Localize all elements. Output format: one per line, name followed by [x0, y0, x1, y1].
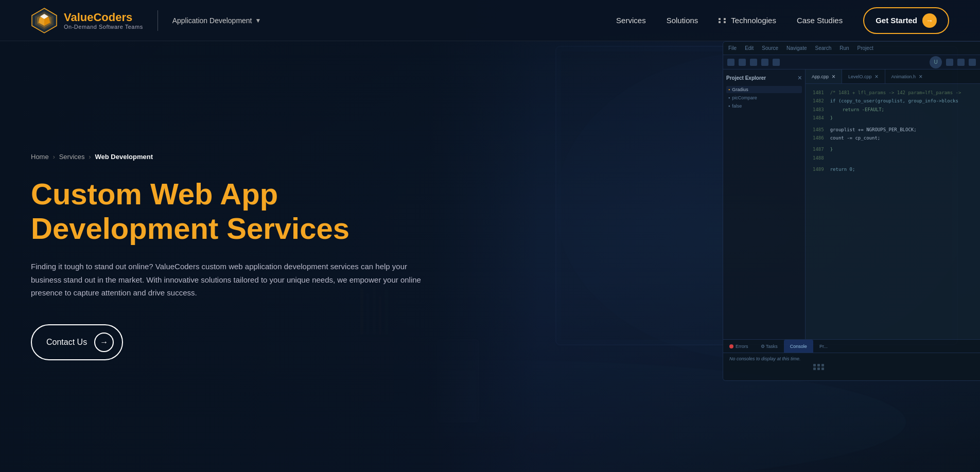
toolbar-icon: [761, 59, 768, 66]
tab-close-icon[interactable]: ×: [919, 73, 922, 80]
console-tab-pr[interactable]: Pr...: [813, 340, 834, 353]
code-editor-panel: File Edit Source Navigate Search Run Pro…: [723, 41, 980, 381]
arrow-right-icon: →: [94, 333, 114, 352]
tab-app-cpp[interactable]: App.cpp ×: [806, 69, 842, 83]
get-started-label: Get Started: [876, 16, 917, 25]
arrow-right-icon: →: [922, 13, 937, 28]
toolbar-icon: [969, 59, 976, 66]
editor-tabs: App.cpp × LevelO.cpp × Animation.h ×: [806, 69, 980, 84]
contact-us-button[interactable]: Contact Us →: [31, 324, 123, 360]
hero-description: Finding it tough to stand out online? Va…: [31, 260, 432, 300]
tab-close-icon[interactable]: ×: [875, 73, 879, 80]
contact-us-label: Contact Us: [46, 338, 87, 347]
pe-item-piccompare: ▪ picCompare: [726, 94, 802, 101]
navbar-right: Services Solutions Technologies Case Stu…: [616, 7, 949, 34]
project-explorer: Project Explorer × ▪ Gradius ▪ picCompar…: [723, 69, 806, 339]
editor-toolbar: U: [723, 55, 980, 69]
logo-name: ValueCoders: [64, 11, 143, 24]
toolbar-icon: [750, 59, 757, 66]
chevron-down-icon: ▼: [255, 17, 261, 24]
toolbar-icon: [957, 59, 965, 66]
navbar: ValueCoders On-Demand Software Teams App…: [0, 0, 980, 41]
logo-name-part1: Value: [64, 11, 93, 24]
editor-console: Errors ⚙ Tasks Console Pr... No consoles…: [723, 339, 980, 380]
user-icon: U: [930, 56, 942, 68]
editor-main-area: Project Explorer × ▪ Gradius ▪ picCompar…: [723, 69, 980, 339]
technologies-label: Technologies: [731, 16, 776, 25]
pe-item-false: ▪ false: [726, 102, 802, 110]
nav-link-technologies[interactable]: Technologies: [719, 16, 776, 25]
grid-icon: [719, 18, 728, 23]
logo-name-part2: Coders: [93, 11, 132, 24]
logo-text: ValueCoders On-Demand Software Teams: [64, 11, 143, 30]
breadcrumb-sep-1: ›: [53, 153, 55, 161]
error-dot: [729, 344, 733, 348]
breadcrumb-home[interactable]: Home: [31, 153, 49, 161]
breadcrumb-sep-2: ›: [89, 153, 91, 161]
toolbar-icon: [727, 59, 734, 66]
nav-link-case-studies[interactable]: Case Studies: [797, 16, 843, 25]
logo-link[interactable]: ValueCoders On-Demand Software Teams: [31, 7, 143, 34]
navbar-divider: [157, 10, 158, 31]
logo-tagline: On-Demand Software Teams: [64, 24, 143, 30]
tab-level-cpp[interactable]: LevelO.cpp ×: [842, 69, 885, 83]
console-tab-console[interactable]: Console: [784, 340, 813, 353]
console-tabs: Errors ⚙ Tasks Console Pr...: [723, 340, 980, 353]
breadcrumb-current: Web Development: [95, 153, 153, 161]
toolbar-icon: [739, 59, 746, 66]
apps-grid-icon: [813, 364, 825, 370]
tab-close-icon[interactable]: ×: [832, 73, 835, 80]
toolbar-icon: [946, 59, 953, 66]
hero-title: Custom Web App Development Services: [31, 177, 432, 246]
hero-section: File Edit Source Navigate Search Run Pro…: [0, 0, 980, 472]
tab-animation-h[interactable]: Animation.h ×: [885, 69, 929, 83]
service-dropdown[interactable]: Application Development ▼: [172, 16, 261, 25]
console-tab-errors[interactable]: Errors: [723, 340, 755, 353]
console-tab-tasks[interactable]: ⚙ Tasks: [755, 340, 784, 353]
navbar-left: ValueCoders On-Demand Software Teams App…: [31, 7, 261, 34]
breadcrumb-services[interactable]: Services: [59, 153, 85, 161]
breadcrumb: Home › Services › Web Development: [31, 153, 432, 161]
console-output: No consoles to display at this time.: [723, 353, 980, 364]
editor-menubar: File Edit Source Navigate Search Run Pro…: [723, 42, 980, 55]
nav-link-solutions[interactable]: Solutions: [667, 16, 698, 25]
nav-link-services[interactable]: Services: [616, 16, 646, 25]
pe-item-gradius: ▪ Gradius: [726, 86, 802, 93]
code-content: 1481 /* 1481 + lfl_params -> 142 param=l…: [806, 84, 980, 339]
toolbar-icon: [773, 59, 780, 66]
get-started-button[interactable]: Get Started →: [863, 7, 949, 34]
logo-icon: [31, 7, 58, 34]
hero-content: Home › Services › Web Development Custom…: [0, 112, 463, 360]
close-icon[interactable]: ×: [798, 74, 802, 82]
code-editor-area: App.cpp × LevelO.cpp × Animation.h ×: [806, 69, 980, 339]
service-dropdown-label: Application Development: [172, 16, 252, 25]
